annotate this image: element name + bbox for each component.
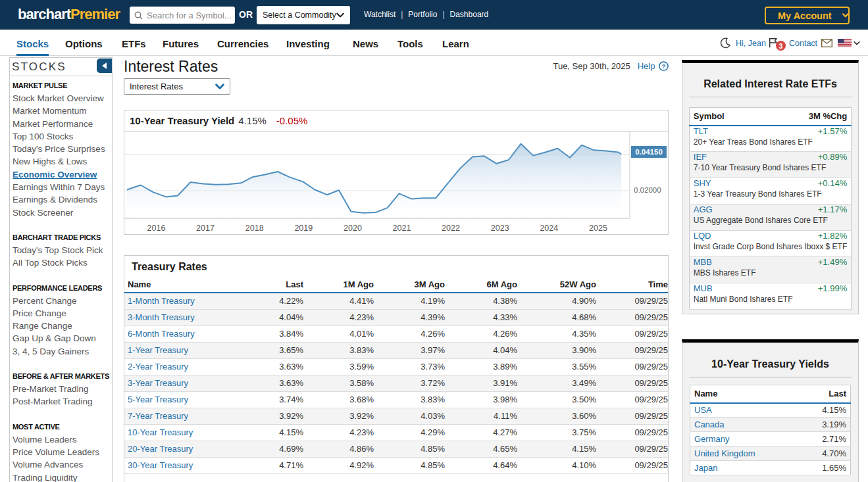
svg-text:0.04150: 0.04150 bbox=[635, 148, 663, 156]
svg-text:2016: 2016 bbox=[147, 224, 166, 233]
svg-text:2024: 2024 bbox=[540, 224, 558, 233]
svg-text:2023: 2023 bbox=[491, 224, 509, 233]
svg-text:2017: 2017 bbox=[196, 224, 215, 233]
svg-text:2022: 2022 bbox=[442, 224, 460, 233]
svg-text:2020: 2020 bbox=[344, 224, 362, 233]
svg-text:?: ? bbox=[662, 63, 666, 70]
svg-text:2018: 2018 bbox=[245, 224, 264, 233]
svg-text:0.02000: 0.02000 bbox=[634, 186, 661, 194]
svg-text:2025: 2025 bbox=[589, 224, 607, 233]
svg-text:2019: 2019 bbox=[294, 224, 313, 233]
svg-text:2021: 2021 bbox=[393, 224, 411, 233]
